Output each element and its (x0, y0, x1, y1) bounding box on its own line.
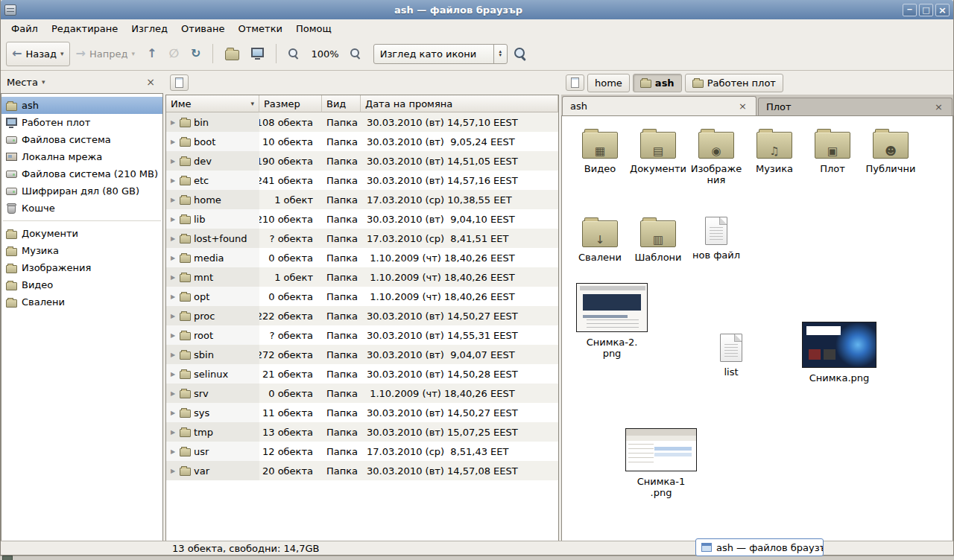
zoom-out-button[interactable] (282, 42, 306, 66)
sidebar-item[interactable]: Кошче (1, 200, 162, 217)
table-row[interactable]: sbin 272 обекта Папка 30.03.2010 (вт) 9,… (166, 345, 558, 364)
chevron-down-icon[interactable] (60, 50, 64, 57)
expander-icon[interactable] (169, 390, 177, 397)
sidebar-item[interactable]: Файлова система (1, 131, 162, 148)
up-button[interactable] (141, 42, 162, 66)
file-icon-item[interactable]: Публични (862, 128, 920, 174)
menu-item[interactable]: Помощ (289, 21, 338, 36)
table-row[interactable]: boot 10 обекта Папка 30.03.2010 (вт) 9,0… (166, 132, 558, 151)
table-row[interactable]: root ? обекта Папка 30.03.2010 (вт) 14,5… (166, 325, 558, 345)
pathbar-button[interactable]: ash (633, 74, 682, 92)
expander-icon[interactable] (169, 274, 177, 281)
reload-button[interactable] (185, 42, 206, 66)
file-icon-item[interactable]: Плот (803, 128, 862, 174)
search-button[interactable] (508, 42, 534, 66)
location-toggle-button[interactable] (170, 74, 189, 91)
close-icon[interactable] (737, 101, 748, 112)
sidebar-item[interactable]: Документи (1, 225, 162, 242)
expander-icon[interactable] (169, 119, 177, 126)
table-row[interactable]: media 0 обекта Папка 1.10.2009 (чт) 18,4… (166, 248, 558, 267)
menu-item[interactable]: Отметки (231, 21, 288, 36)
file-icon-item[interactable]: Видео (571, 128, 629, 174)
expander-icon[interactable] (169, 177, 177, 184)
home-button[interactable] (219, 42, 245, 66)
expander-icon[interactable] (169, 139, 177, 145)
pane-tab[interactable]: ash (562, 96, 756, 115)
zoom-in-button[interactable] (344, 42, 367, 66)
table-row[interactable]: bin 108 обекта Папка 30.03.2010 (вт) 14,… (166, 112, 558, 132)
expander-icon[interactable] (169, 313, 177, 319)
sidebar-item[interactable]: Музика (1, 242, 162, 259)
close-button[interactable] (935, 4, 950, 16)
expander-icon[interactable] (169, 410, 177, 416)
expander-icon[interactable] (169, 216, 177, 223)
table-row[interactable]: dev 190 обекта Папка 30.03.2010 (вт) 14,… (166, 151, 558, 171)
file-icon-item[interactable]: Снимка.png (795, 322, 884, 384)
expander-icon[interactable] (169, 158, 177, 165)
table-row[interactable]: lost+found ? обекта Папка 17.03.2010 (ср… (166, 229, 558, 248)
close-icon[interactable] (933, 101, 944, 112)
expander-icon[interactable] (169, 468, 177, 474)
table-row[interactable]: home 1 обект Папка 17.03.2010 (ср) 10,38… (166, 190, 558, 209)
forward-button[interactable]: Напред (70, 42, 141, 66)
table-row[interactable]: var 20 обекта Папка 30.03.2010 (вт) 14,5… (166, 461, 558, 480)
column-header-type[interactable]: Вид (322, 95, 361, 112)
sidebar-item[interactable]: Изображения (1, 259, 162, 276)
sidebar-item[interactable]: Файлова система (210 MB) (1, 165, 162, 182)
pathbar-button[interactable]: Работен плот (685, 74, 783, 92)
file-icon-item[interactable]: list (705, 334, 757, 378)
taskbar-window-button[interactable]: ash — файлов браузър (695, 538, 824, 556)
file-icon-item[interactable]: нов файл (687, 217, 745, 261)
file-icon-item[interactable]: Документи (629, 128, 687, 174)
maximize-button[interactable] (919, 4, 933, 16)
view-mode-select[interactable]: Изглед като икони (373, 44, 508, 64)
sidebar-item[interactable]: Локална мрежа (1, 148, 162, 165)
file-icon-item[interactable]: Шаблони (629, 217, 687, 263)
minimize-button[interactable] (903, 4, 917, 16)
show-desktop-icon[interactable] (2, 556, 13, 560)
table-row[interactable]: mnt 1 обект Папка 1.10.2009 (чт) 18,40,2… (166, 267, 558, 287)
table-row[interactable]: proc 222 обекта Папка 30.03.2010 (вт) 14… (166, 306, 558, 325)
file-icon-item[interactable]: Снимка-1.png (620, 428, 702, 498)
expander-icon[interactable] (169, 371, 177, 378)
expander-icon[interactable] (169, 255, 177, 261)
table-row[interactable]: opt 0 обекта Папка 1.10.2009 (чт) 18,40,… (166, 287, 558, 306)
table-row[interactable]: etc 241 обекта Папка 30.03.2010 (вт) 14,… (166, 171, 558, 190)
column-header-name[interactable]: Име (166, 95, 259, 112)
table-row[interactable]: tmp 13 обекта Папка 30.03.2010 (вт) 15,0… (166, 422, 558, 442)
sidebar-item[interactable]: ash (1, 97, 162, 114)
table-row[interactable]: sys 11 обекта Папка 30.03.2010 (вт) 14,5… (166, 403, 558, 422)
sidebar-item[interactable]: Шифриран дял (80 GB) (1, 182, 162, 200)
table-row[interactable]: usr 12 обекта Папка 17.03.2010 (ср) 8,51… (166, 442, 558, 461)
titlebar[interactable]: ash — файлов браузър (1, 0, 953, 19)
menu-item[interactable]: Файл (4, 21, 45, 36)
column-header-size[interactable]: Размер (259, 95, 322, 112)
expander-icon[interactable] (169, 332, 177, 339)
file-icon-item[interactable]: Снимка-2.png (571, 283, 653, 359)
chevron-down-icon[interactable] (42, 78, 45, 86)
sidebar-title[interactable]: Места (7, 77, 38, 88)
file-icon-item[interactable]: Музика (745, 128, 803, 174)
file-icon-item[interactable]: Свалени (571, 217, 629, 263)
expander-icon[interactable] (169, 197, 177, 203)
expander-icon[interactable] (169, 429, 177, 436)
back-button[interactable]: Назад (6, 42, 70, 66)
column-header-date[interactable]: Дата на промяна (361, 95, 558, 112)
sidebar-item[interactable]: Свалени (1, 293, 162, 311)
file-icon-item[interactable]: Изображения (687, 128, 745, 185)
table-row[interactable]: lib 210 обекта Папка 30.03.2010 (вт) 9,0… (166, 209, 558, 229)
pathbar-button[interactable]: home (587, 74, 630, 92)
expander-icon[interactable] (169, 293, 177, 300)
spinner-arrows-icon[interactable] (493, 45, 507, 63)
sidebar-item[interactable]: Работен плот (1, 114, 162, 131)
pane-tab[interactable]: Плот (758, 98, 953, 115)
expander-icon[interactable] (169, 448, 177, 455)
table-row[interactable]: srv 0 обекта Папка 1.10.2009 (чт) 18,40,… (166, 384, 558, 403)
expander-icon[interactable] (169, 235, 177, 242)
table-row[interactable]: selinux 21 обекта Папка 30.03.2010 (вт) … (166, 364, 558, 384)
sidebar-item[interactable]: Видео (1, 276, 162, 293)
menu-item[interactable]: Отиване (174, 21, 231, 36)
menu-item[interactable]: Изглед (124, 21, 174, 36)
stop-button[interactable] (162, 42, 185, 66)
computer-button[interactable] (245, 42, 270, 66)
